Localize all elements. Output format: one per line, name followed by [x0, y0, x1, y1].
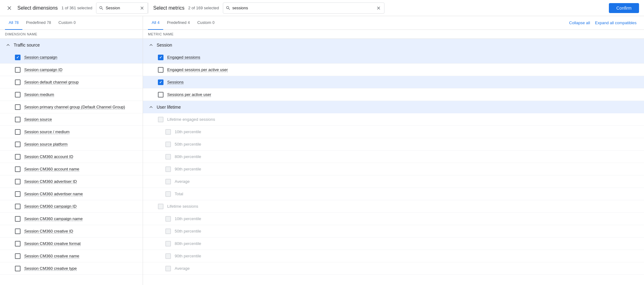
checkbox-session-cm360-advertiser-id[interactable] [15, 179, 21, 184]
checkbox-les-avg [165, 179, 171, 184]
checkbox-session-campaign[interactable]: ✓ [15, 55, 21, 60]
metrics-search-input[interactable] [232, 6, 374, 10]
dimension-item-session-cm360-account-name[interactable]: Session CM360 account name [0, 163, 143, 175]
dimension-item-session-cm360-advertiser-name[interactable]: Session CM360 advertiser name [0, 188, 143, 200]
checkbox-session-source-medium[interactable] [15, 129, 21, 135]
checkbox-session-campaign-id[interactable] [15, 67, 21, 73]
expand-all-compatibles-link[interactable]: Expand all compatibles [592, 20, 639, 25]
dimension-item-session-primary-channel-group[interactable]: Session primary channel group (Default C… [0, 101, 143, 113]
checkbox-session-cm360-advertiser-name[interactable] [15, 191, 21, 197]
checkbox-engaged-sessions-per-active-user[interactable] [158, 67, 163, 73]
checkbox-session-cm360-creative-id[interactable] [15, 228, 21, 234]
dimensions-panel: All 78 Predefined 78 Custom 0 Dimension … [0, 16, 143, 285]
dimension-item-session-cm360-advertiser-id[interactable]: Session CM360 advertiser ID [0, 175, 143, 188]
metrics-panel-header: Select metrics 2 of 169 selected Confirm [148, 2, 639, 14]
dimension-item-session-cm360-campaign-name[interactable]: Session CM360 campaign name [0, 213, 143, 225]
dimension-item-session-cm360-campaign-id[interactable]: Session CM360 campaign ID [0, 200, 143, 213]
dimensions-search-icon [99, 6, 104, 11]
checkbox-les-50th [165, 142, 171, 147]
dimensions-section-traffic-source[interactable]: Traffic source [0, 39, 143, 51]
checkbox-les-total [165, 191, 171, 197]
metric-subitem-les-80th: 80th percentile [143, 151, 644, 163]
dimensions-search-box[interactable] [96, 2, 148, 14]
dimensions-column-header: Dimension name [0, 30, 143, 39]
chevron-up-icon [5, 42, 11, 48]
chevron-up-icon-user-lifetime [148, 104, 154, 110]
checkbox-les-90th [165, 166, 171, 172]
checkbox-session-cm360-account-name[interactable] [15, 166, 21, 172]
metric-item-sessions[interactable]: ✓ Sessions [143, 76, 644, 88]
checkbox-engaged-sessions[interactable]: ✓ [158, 55, 163, 60]
dimensions-list[interactable]: Traffic source ✓ Session campaign Sessio… [0, 39, 143, 285]
checkbox-les-80th [165, 154, 171, 160]
checkbox-sessions[interactable]: ✓ [158, 79, 163, 85]
confirm-button[interactable]: Confirm [609, 3, 639, 13]
clear-dimensions-search-button[interactable] [139, 5, 145, 11]
checkbox-session-default-channel-group[interactable] [15, 79, 21, 85]
dimensions-subtitle: 1 of 361 selected [62, 6, 92, 10]
checkbox-session-cm360-account-id[interactable] [15, 154, 21, 160]
dimension-item-session-cm360-creative-name[interactable]: Session CM360 creative name [0, 250, 143, 262]
top-bar: Select dimensions 1 of 361 selected Sele… [0, 0, 644, 16]
metric-subitem-ls-10th: 10th percentile [143, 213, 644, 225]
dimension-item-session-cm360-creative-type[interactable]: Session CM360 creative type [0, 262, 143, 275]
close-dimensions-button[interactable] [5, 4, 14, 12]
metric-subitem-ls-90th: 90th percentile [143, 250, 644, 262]
metric-subitem-ls-avg: Average [143, 262, 644, 275]
metrics-tab-all[interactable]: All 4 [148, 16, 163, 30]
clear-metrics-search-button[interactable] [375, 5, 382, 11]
metric-subitem-les-50th: 50th percentile [143, 138, 644, 151]
dimensions-search-input[interactable] [106, 6, 137, 10]
metrics-list[interactable]: Session ✓ Engaged sessions Engaged sessi… [143, 39, 644, 285]
metrics-tab-predefined[interactable]: Predefined 4 [163, 16, 194, 30]
metric-item-sessions-per-active-user[interactable]: Sessions per active user [143, 88, 644, 101]
dimensions-tab-all[interactable]: All 78 [5, 16, 22, 30]
checkbox-ls-avg [165, 266, 171, 271]
metrics-subtitle: 2 of 169 selected [188, 6, 219, 10]
checkbox-session-medium[interactable] [15, 92, 21, 97]
checkbox-session-cm360-creative-format[interactable] [15, 241, 21, 247]
checkbox-session-cm360-creative-type[interactable] [15, 266, 21, 271]
metrics-panel: All 4 Predefined 4 Custom 0 Collapse all… [143, 16, 644, 285]
metrics-tab-custom[interactable]: Custom 0 [194, 16, 218, 30]
metrics-title: Select metrics [153, 5, 184, 11]
dimension-item-session-campaign-id[interactable]: Session campaign ID [0, 64, 143, 76]
checkbox-ls-90th [165, 253, 171, 259]
dimension-item-session-source-medium[interactable]: Session source / medium [0, 126, 143, 138]
dimension-item-session-source-platform[interactable]: Session source platform [0, 138, 143, 151]
dimensions-panel-header: Select dimensions 1 of 361 selected [5, 2, 148, 14]
metric-item-engaged-sessions-per-active-user[interactable]: Engaged sessions per active user [143, 64, 644, 76]
dimensions-tab-custom[interactable]: Custom 0 [55, 16, 79, 30]
checkbox-session-cm360-campaign-name[interactable] [15, 216, 21, 222]
metrics-search-box[interactable] [223, 2, 384, 14]
metric-subitem-les-10th: 10th percentile [143, 126, 644, 138]
dimension-item-session-source[interactable]: Session source [0, 113, 143, 126]
metrics-section-session[interactable]: Session [143, 39, 644, 51]
checkbox-ls-50th [165, 228, 171, 234]
metrics-section-user-lifetime[interactable]: User lifetime [143, 101, 644, 113]
metric-item-lifetime-sessions[interactable]: Lifetime sessions [143, 200, 644, 213]
dimensions-tabs: All 78 Predefined 78 Custom 0 [0, 16, 143, 30]
metrics-tabs-row: All 4 Predefined 4 Custom 0 Collapse all… [143, 16, 644, 30]
checkbox-session-primary-channel-group[interactable] [15, 104, 21, 110]
dimension-item-session-campaign[interactable]: ✓ Session campaign [0, 51, 143, 64]
dimension-item-session-cm360-creative-id[interactable]: Session CM360 creative ID [0, 225, 143, 238]
dimension-item-session-cm360-account-id[interactable]: Session CM360 account ID [0, 151, 143, 163]
dimension-item-session-cm360-creative-format[interactable]: Session CM360 creative format [0, 238, 143, 250]
metric-item-lifetime-engaged-sessions[interactable]: Lifetime engaged sessions [143, 113, 644, 126]
checkbox-session-cm360-campaign-id[interactable] [15, 204, 21, 209]
checkbox-session-cm360-creative-name[interactable] [15, 253, 21, 259]
checkbox-les-10th [165, 129, 171, 135]
checkbox-sessions-per-active-user[interactable] [158, 92, 163, 97]
collapse-all-link[interactable]: Collapse all [567, 20, 592, 25]
metric-subitem-les-90th: 90th percentile [143, 163, 644, 175]
checkbox-session-source-platform[interactable] [15, 142, 21, 147]
metric-subitem-ls-50th: 50th percentile [143, 225, 644, 238]
metric-item-engaged-sessions[interactable]: ✓ Engaged sessions [143, 51, 644, 64]
dimensions-title: Select dimensions [17, 5, 58, 11]
dimension-item-session-medium[interactable]: Session medium [0, 88, 143, 101]
dimensions-tab-predefined[interactable]: Predefined 78 [22, 16, 55, 30]
checkbox-session-source[interactable] [15, 117, 21, 122]
metric-subitem-les-total: Total [143, 188, 644, 200]
dimension-item-session-default-channel-group[interactable]: Session default channel group [0, 76, 143, 88]
